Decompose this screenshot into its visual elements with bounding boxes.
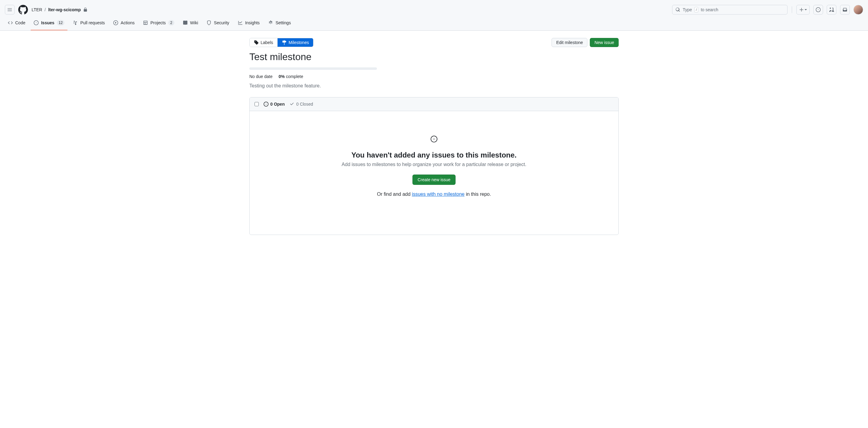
- edit-milestone-button[interactable]: Edit milestone: [552, 38, 587, 47]
- subnav-row: Labels Milestones Edit milestone New iss…: [249, 38, 619, 47]
- search-icon: [676, 7, 680, 12]
- hamburger-icon: [7, 7, 12, 12]
- tab-insights[interactable]: Insights: [235, 17, 263, 30]
- gear-icon: [268, 20, 273, 25]
- tab-pull-requests[interactable]: Pull requests: [70, 17, 108, 30]
- milestone-actions: Edit milestone New issue: [552, 38, 619, 47]
- issue-opened-icon: [430, 135, 438, 143]
- tab-pull-requests-label: Pull requests: [80, 20, 105, 25]
- tab-issues-label: Issues: [41, 20, 54, 25]
- filter-closed[interactable]: 0 Closed: [289, 102, 313, 106]
- filter-open[interactable]: 0 Open: [264, 102, 285, 106]
- breadcrumb-separator: /: [44, 7, 46, 12]
- issues-box-header: 0 Open 0 Closed: [250, 97, 618, 111]
- search-input[interactable]: Type / to search: [672, 5, 787, 14]
- tab-wiki-label: Wiki: [190, 20, 198, 25]
- tab-projects-label: Projects: [150, 20, 166, 25]
- search-placeholder-prefix: Type: [683, 7, 692, 12]
- blankslate-trailing-before: Or find and add: [377, 192, 412, 197]
- pill-labels-label: Labels: [260, 40, 273, 45]
- issues-shortcut-button[interactable]: [813, 5, 823, 14]
- pull-requests-shortcut-button[interactable]: [827, 5, 836, 14]
- notifications-button[interactable]: [840, 5, 850, 14]
- create-new-menu[interactable]: [796, 5, 810, 14]
- tab-security-label: Security: [214, 20, 229, 25]
- tab-security[interactable]: Security: [204, 17, 232, 30]
- new-issue-button[interactable]: New issue: [590, 38, 619, 47]
- github-logo[interactable]: [18, 5, 28, 14]
- git-pull-request-icon: [73, 20, 78, 25]
- labels-milestones-switch: Labels Milestones: [249, 38, 313, 47]
- blankslate-trailing: Or find and add issues with no milestone…: [262, 192, 606, 197]
- milestone-progress-bar: [249, 67, 377, 70]
- shield-icon: [207, 20, 211, 25]
- select-all-checkbox[interactable]: [254, 102, 259, 106]
- breadcrumb-repo[interactable]: lter-wg-scicomp: [48, 7, 81, 12]
- tab-code[interactable]: Code: [5, 17, 28, 30]
- check-icon: [289, 102, 294, 106]
- code-icon: [8, 20, 13, 25]
- milestone-title: Test milestone: [249, 51, 619, 63]
- divider: [792, 6, 792, 13]
- caret-down-icon: [805, 8, 807, 11]
- pill-labels[interactable]: Labels: [250, 38, 277, 47]
- milestone-icon: [282, 40, 287, 45]
- tab-issues-count: 12: [57, 20, 64, 26]
- tab-actions[interactable]: Actions: [110, 17, 137, 30]
- search-hotkey: /: [694, 7, 698, 12]
- app-header: LTER / lter-wg-scicomp Type / to search: [0, 0, 868, 17]
- breadcrumb: LTER / lter-wg-scicomp: [32, 7, 88, 12]
- github-mark-icon: [18, 5, 28, 14]
- milestone-meta: No due date 0% complete: [249, 74, 619, 79]
- tag-icon: [254, 40, 259, 45]
- tab-code-label: Code: [15, 20, 25, 25]
- issues-with-no-milestone-link[interactable]: issues with no milestone: [412, 192, 464, 197]
- issue-opened-icon: [264, 102, 269, 106]
- blankslate-subtext: Add issues to milestones to help organiz…: [262, 162, 606, 167]
- create-new-issue-button[interactable]: Create new issue: [412, 174, 456, 185]
- global-nav-menu-button[interactable]: [5, 5, 14, 14]
- blankslate-heading: You haven't added any issues to this mil…: [262, 151, 606, 159]
- milestone-due-date: No due date: [249, 74, 272, 79]
- tab-insights-label: Insights: [245, 20, 260, 25]
- tab-settings-label: Settings: [276, 20, 291, 25]
- svg-point-1: [434, 139, 435, 140]
- milestone-complete-label: complete: [286, 74, 303, 79]
- milestone-percent-value: 0%: [279, 74, 285, 79]
- plus-icon: [799, 7, 804, 12]
- filter-closed-label: 0 Closed: [296, 102, 313, 106]
- tab-settings[interactable]: Settings: [265, 17, 294, 30]
- main-content: Labels Milestones Edit milestone New iss…: [240, 31, 628, 247]
- graph-icon: [238, 20, 243, 25]
- issue-opened-icon: [816, 7, 820, 12]
- blankslate: You haven't added any issues to this mil…: [250, 111, 618, 235]
- milestone-description: Testing out the milestone feature.: [249, 83, 619, 89]
- avatar[interactable]: [854, 5, 863, 14]
- milestone-percent-complete: 0% complete: [279, 74, 303, 79]
- tab-issues[interactable]: Issues 12: [31, 17, 67, 30]
- book-icon: [183, 20, 188, 25]
- breadcrumb-owner[interactable]: LTER: [32, 7, 42, 12]
- pill-milestones[interactable]: Milestones: [277, 38, 313, 47]
- inbox-icon: [842, 7, 847, 12]
- repo-nav: Code Issues 12 Pull requests Actions Pro…: [0, 17, 868, 31]
- tab-projects-count: 2: [168, 20, 174, 26]
- tab-actions-label: Actions: [121, 20, 134, 25]
- play-icon: [113, 20, 118, 25]
- table-icon: [143, 20, 148, 25]
- tab-projects[interactable]: Projects 2: [140, 17, 177, 30]
- issue-opened-icon: [34, 20, 38, 25]
- pill-milestones-label: Milestones: [288, 40, 309, 45]
- git-pull-request-icon: [829, 7, 834, 12]
- search-placeholder-suffix: to search: [701, 7, 718, 12]
- lock-icon: [83, 8, 88, 12]
- tab-wiki[interactable]: Wiki: [180, 17, 201, 30]
- blankslate-trailing-after: in this repo.: [465, 192, 491, 197]
- issues-box: 0 Open 0 Closed You haven't added any is…: [249, 97, 619, 235]
- filter-open-label: 0 Open: [270, 102, 285, 106]
